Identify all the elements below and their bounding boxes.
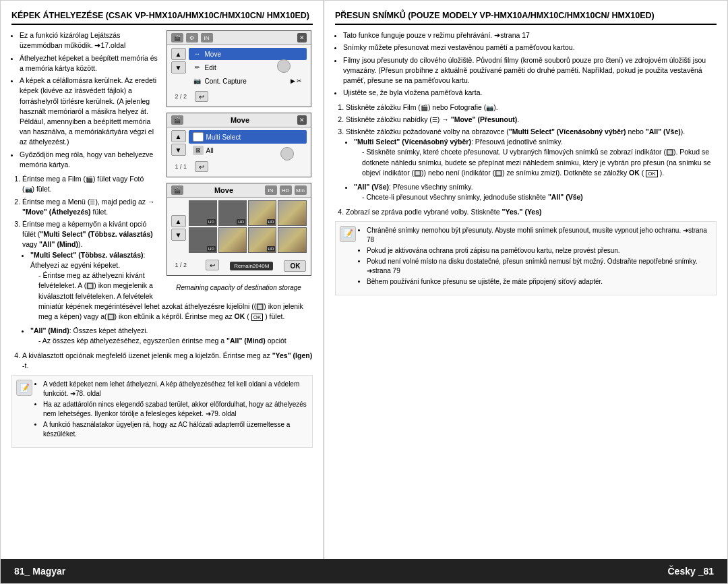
right-bullet-4: Ujistěte se, že byla vložena paměťová ka…	[343, 88, 717, 98]
right-note-bullets: Chráněné snímky nemohou být přesunuty. A…	[360, 226, 712, 287]
main-content: KÉPEK ÁTHELYEZÉSE (CSAK VP-HMX10A/HMX10C…	[1, 1, 727, 559]
remaining-caption: Remaining capacity of destination storag…	[176, 284, 301, 291]
edit-icon: ✏	[193, 63, 202, 72]
thumb-badge-5: HD	[207, 246, 216, 252]
note-icon-left: 📝	[16, 380, 32, 396]
panel-3-back[interactable]: ↩	[206, 260, 219, 270]
capture-arrow: ▶ ✂	[291, 78, 303, 84]
right-step-2: Stiskněte záložku nabídky (☰) → "Move" (…	[346, 115, 717, 125]
right-section-title: PŘESUN SNÍMKŮ (POUZE MODELY VP-HMX10A/HM…	[335, 10, 717, 25]
cam-icon-3a: 🎬	[171, 185, 183, 195]
panel-1-back[interactable]: ↩	[195, 91, 208, 102]
thumb-1[interactable]: HD	[189, 200, 217, 226]
min-icon: Min	[295, 185, 307, 195]
right-sub-all-detail: Chcete-li přesunout všechny snímky, jedn…	[362, 192, 717, 202]
panel-1-counter: 2 / 2	[171, 93, 191, 102]
thumb-6[interactable]	[218, 227, 247, 253]
panel-2-body: ▲ ▼ ⊞ Multi Select ⊠ All	[167, 127, 311, 160]
close-button-1[interactable]: ✕	[297, 33, 307, 42]
nav-up-2[interactable]: ▲	[171, 130, 186, 142]
right-step-3: Stiskněte záložku požadované volby na ob…	[346, 127, 717, 203]
left-section-title: KÉPEK ÁTHELYEZÉSE (CSAK VP-HMX10A/HMX10C…	[11, 10, 313, 25]
thumb-4[interactable]	[278, 200, 306, 226]
nav-buttons-1: ▲ ▼	[171, 48, 186, 87]
note-icon-right: 📝	[340, 226, 356, 242]
right-steps: Stiskněte záložku Film (🎬) nebo Fotograf…	[335, 103, 717, 217]
all-icon: ⊠	[193, 146, 204, 155]
left-column: KÉPEK ÁTHELYEZÉSE (CSAK VP-HMX10A/HMX10C…	[1, 1, 324, 559]
right-sub-detail-1: Stiskněte snímky, které chcete přesunova…	[362, 147, 717, 178]
panel-2-icons: 🎬	[171, 115, 183, 125]
panel-2-title: Move	[231, 116, 249, 124]
right-bullet-2: Snímky můžete přesunovat mezi vestavěnou…	[343, 42, 717, 53]
right-bullets: Tato funkce funguje pouze v režimu přehr…	[335, 30, 717, 98]
cam-icon-2a: 🎬	[171, 115, 183, 125]
remain-bar: Remain2040M	[230, 262, 273, 270]
right-note-box: 📝 Chráněné snímky nemohou být přesunuty.…	[335, 221, 717, 295]
right-note-4: Během používání funkce přesunu se ujistě…	[367, 277, 712, 287]
thumb-8[interactable]	[278, 227, 306, 253]
right-note-1: Chráněné snímky nemohou být přesunuty. A…	[367, 226, 712, 245]
thumb-2[interactable]: HD	[218, 200, 247, 226]
right-sub-multi-details: Stiskněte snímky, které chcete přesunova…	[354, 147, 717, 178]
left-note-content: A védett képeket nem lehet áthelyezni. A…	[36, 380, 308, 443]
menu-item-cont-capture[interactable]: 📷 Cont. Capture ▶ ✂	[189, 75, 307, 87]
menu-item-move[interactable]: ↔ Move	[189, 48, 307, 60]
nav-buttons-2: ▲ ▼	[171, 130, 186, 157]
thumb-badge-2: HD	[237, 219, 245, 225]
panel-1-body: ▲ ▼ ↔ Move ✏ Edit	[167, 45, 311, 90]
panel-3-body: ▲ ▼ HD HD HD HD HD	[167, 198, 311, 258]
page-footer: 81_ Magyar Česky _81	[1, 559, 727, 583]
footer-left: 81_ Magyar	[14, 566, 65, 577]
close-button-2[interactable]: ✕	[297, 115, 307, 125]
capture-icon: 📷	[193, 76, 202, 86]
thumb-badge-7: HD	[267, 246, 276, 252]
right-bullet-1: Tato funkce funguje pouze v režimu přehr…	[343, 30, 717, 40]
footer-right: Česky _81	[667, 566, 714, 577]
cam-icon-1: 🎬	[171, 33, 183, 42]
nav-down-3[interactable]: ▼	[171, 229, 186, 241]
all-option[interactable]: ⊠ All	[189, 144, 307, 157]
cam-icon-3: IN	[201, 33, 213, 42]
right-sub-all-details: Chcete-li přesunout všechny snímky, jedn…	[354, 192, 717, 202]
ok-button[interactable]: OK	[284, 260, 306, 272]
sub-all-details: Az összes kép áthelyezéséhez, egyszerűen…	[30, 336, 313, 346]
multi-select-icon: ⊞	[193, 132, 204, 142]
thumb-3[interactable]: HD	[248, 200, 276, 226]
multi-select-option[interactable]: ⊞ Multi Select	[189, 130, 307, 144]
thumb-5[interactable]: HD	[189, 227, 217, 253]
left-note-bullets: A védett képeket nem lehet áthelyezni. A…	[36, 380, 308, 439]
left-step-4: A kiválasztott opciónak megfelelő üzenet…	[22, 351, 313, 371]
panel-1-header: 🎬 ⚙ IN ✕	[167, 31, 311, 45]
hd-icon: HD	[280, 185, 292, 195]
panel-3-right-icons: IN HD Min	[265, 185, 307, 195]
thumb-badge-1: HD	[207, 219, 216, 225]
panel-3-header: 🎬 Move IN HD Min	[167, 183, 311, 198]
multi-select-list: ⊞ Multi Select ⊠ All	[189, 130, 307, 157]
right-bullet-3: Filmy jsou přesunuty do cílového úložišt…	[343, 55, 717, 86]
right-sub-multi: "Multi Select" (Vícenásobný výběr): Přes…	[354, 137, 717, 178]
nav-buttons-3: ▲ ▼	[171, 215, 186, 241]
right-sub-all: "All" (Vše): Přesune všechny snímky. Chc…	[354, 182, 717, 202]
right-note-content: Chráněné snímky nemohou být přesunuty. A…	[360, 226, 712, 291]
right-step-3-subs: "Multi Select" (Vícenásobný výběr): Přes…	[346, 137, 717, 202]
panel-2-header: 🎬 Move ✕	[167, 113, 311, 127]
nav-down-2[interactable]: ▼	[171, 144, 186, 156]
sub-all: "All" (Mind): Összes képet áthelyezi. Az…	[30, 326, 313, 346]
in-icon: IN	[265, 185, 277, 195]
nav-up-1[interactable]: ▲	[171, 48, 186, 60]
panel-3-footer: 1 / 2 ↩ Remain2040M OK	[167, 258, 311, 275]
thumb-7[interactable]: HD	[248, 227, 276, 253]
right-note-3: Pokud není volné místo na disku dostateč…	[367, 257, 712, 276]
panel-2-back[interactable]: ↩	[195, 161, 208, 172]
move-icon: ↔	[193, 49, 202, 59]
nav-down-1[interactable]: ▼	[171, 61, 186, 74]
right-note-2: Pokud je aktivována ochrana proti zápisu…	[367, 246, 712, 256]
note-bullet-3: A funkció használatakor ügyeljen rá, hog…	[43, 420, 308, 439]
note-bullet-1: A védett képeket nem lehet áthelyezni. A…	[43, 380, 308, 399]
page-container: KÉPEK ÁTHELYEZÉSE (CSAK VP-HMX10A/HMX10C…	[0, 0, 728, 584]
thumbnail-grid: HD HD HD HD HD	[189, 200, 307, 253]
thumb-badge-3: HD	[267, 219, 276, 225]
nav-up-3[interactable]: ▲	[171, 215, 186, 227]
menu-item-edit[interactable]: ✏ Edit	[189, 61, 307, 74]
